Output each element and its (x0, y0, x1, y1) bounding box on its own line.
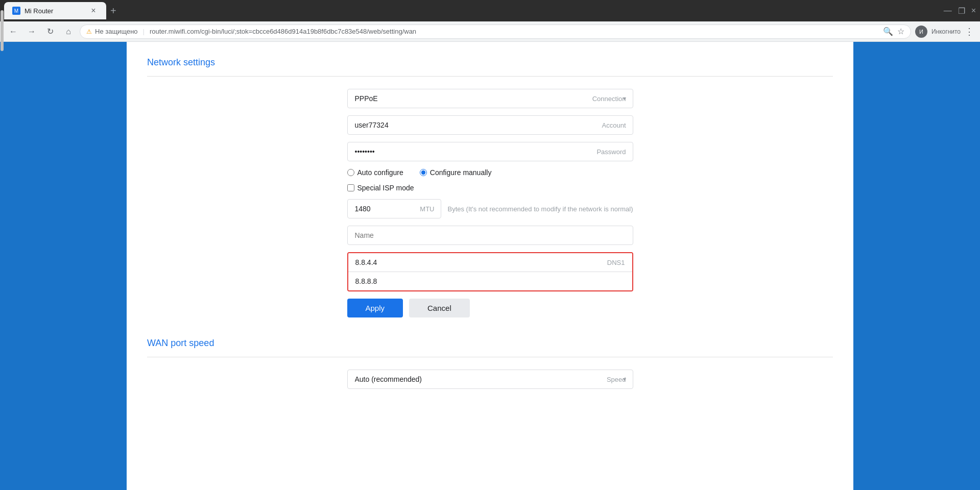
account-input[interactable] (347, 115, 633, 135)
account-field: Account (347, 115, 633, 135)
profile-button[interactable]: И (915, 26, 927, 38)
main-content: Network settings Connection ▾ Account Pa… (127, 42, 853, 490)
wan-port-speed-title: WAN port speed (147, 338, 833, 349)
wan-speed-input[interactable] (347, 370, 633, 389)
address-bar-row: ← → ↻ ⌂ ⚠ Не защищено | router.miwifi.co… (0, 21, 980, 42)
connection-dropdown-arrow[interactable]: ▾ (623, 95, 626, 102)
reload-button[interactable]: ↻ (43, 24, 57, 39)
dns2-input[interactable] (348, 272, 632, 290)
connection-type-field: Connection ▾ (347, 89, 633, 108)
search-icon[interactable]: 🔍 (883, 27, 893, 36)
password-field: Password (347, 142, 633, 161)
special-isp-checkbox[interactable] (347, 184, 354, 191)
incognito-label: Инкогнито (931, 28, 961, 35)
tab-bar: M Mi Router × + (4, 2, 118, 19)
mtu-input[interactable] (347, 199, 442, 218)
dns1-field: DNS1 (348, 253, 632, 272)
mtu-field: MTU (347, 199, 442, 218)
back-button[interactable]: ← (6, 24, 20, 39)
network-settings-title: Network settings (147, 57, 833, 68)
section-divider (147, 76, 833, 77)
name-input[interactable] (347, 226, 633, 245)
form-container: Connection ▾ Account Password Auto confi… (347, 89, 633, 317)
not-secure-icon: ⚠ (86, 28, 92, 35)
tab-favicon: M (12, 7, 20, 15)
dns1-input[interactable] (348, 253, 632, 272)
home-button[interactable]: ⌂ (61, 24, 76, 39)
mtu-note: Bytes (It's not recommended to modify if… (447, 205, 633, 213)
special-isp-group: Special ISP mode (347, 184, 633, 192)
browser-menu-button[interactable]: ⋮ (965, 26, 974, 37)
special-isp-label: Special ISP mode (357, 184, 414, 192)
tab-close-button[interactable]: × (89, 6, 98, 15)
address-field[interactable]: ⚠ Не защищено | router.miwifi.com/cgi-bi… (80, 24, 911, 39)
auto-configure-label: Auto configure (357, 168, 403, 177)
configure-radio-group: Auto configure Configure manually (347, 168, 633, 177)
page-content: Network settings Connection ▾ Account Pa… (0, 42, 980, 490)
tab-title: Mi Router (25, 7, 53, 15)
left-sidebar (0, 42, 127, 490)
active-tab[interactable]: M Mi Router × (4, 2, 106, 19)
wan-divider (147, 357, 833, 357)
forward-button[interactable]: → (25, 24, 39, 39)
auto-configure-option[interactable]: Auto configure (347, 168, 403, 177)
manual-configure-label: Configure manually (430, 168, 492, 177)
scrollbar-thumb[interactable] (1, 10, 4, 51)
close-window-button[interactable]: × (971, 6, 976, 15)
special-isp-option[interactable]: Special ISP mode (347, 184, 633, 192)
apply-button[interactable]: Apply (347, 299, 403, 317)
manual-configure-option[interactable]: Configure manually (420, 168, 492, 177)
right-sidebar (853, 42, 980, 490)
manual-configure-radio[interactable] (420, 169, 427, 176)
auto-configure-radio[interactable] (347, 169, 354, 176)
wan-speed-dropdown-field: Speed ▾ (347, 370, 633, 389)
name-field (347, 226, 633, 245)
address-icons: 🔍 ☆ (883, 27, 904, 36)
not-secure-label: Не защищено (95, 28, 138, 35)
maximize-button[interactable]: ❐ (958, 6, 965, 16)
mtu-row: MTU Bytes (It's not recommended to modif… (347, 199, 633, 218)
bookmark-icon[interactable]: ☆ (897, 27, 904, 36)
cancel-button[interactable]: Cancel (409, 299, 470, 317)
dns-container: DNS1 (347, 252, 633, 291)
dns2-field (348, 272, 632, 290)
minimize-button[interactable]: — (944, 6, 952, 15)
password-input[interactable] (347, 142, 633, 161)
browser-chrome: M Mi Router × + — ❐ × (0, 0, 980, 21)
new-tab-button[interactable]: + (108, 3, 118, 19)
button-row: Apply Cancel (347, 299, 633, 317)
url-text: router.miwifi.com/cgi-bin/luci/;stok=cbc… (150, 28, 416, 35)
connection-type-input[interactable] (347, 89, 633, 108)
wan-speed-field: Speed ▾ (347, 370, 633, 389)
window-controls: — ❐ × (944, 6, 976, 16)
wan-speed-dropdown-arrow[interactable]: ▾ (623, 376, 626, 383)
